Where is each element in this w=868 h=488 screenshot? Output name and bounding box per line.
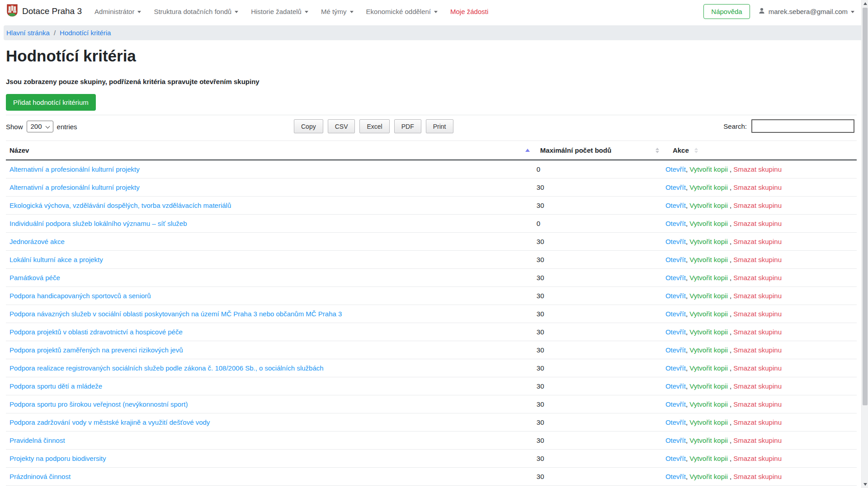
open-link[interactable]: Otevřít	[665, 328, 686, 336]
criteria-name-link[interactable]: Pravidelná činnost	[9, 436, 65, 444]
criteria-name-link[interactable]: Alternativní a profesionální kulturní pr…	[9, 183, 140, 191]
criteria-name-link[interactable]: Jednorázové akce	[9, 238, 65, 245]
delete-group-link[interactable]: Smazat skupinu	[733, 310, 782, 318]
open-link[interactable]: Otevřít	[665, 274, 686, 282]
scrollbar-up-arrow[interactable]	[863, 2, 867, 5]
open-link[interactable]: Otevřít	[665, 238, 686, 245]
create-copy-link[interactable]: Vytvořit kopii	[689, 455, 727, 462]
delete-group-link[interactable]: Smazat skupinu	[733, 346, 782, 354]
criteria-name-link[interactable]: Podpora sportu dětí a mládeže	[9, 382, 102, 390]
column-header-maximalni-pocet-bodu[interactable]: Maximální počet bodů	[533, 141, 663, 160]
create-copy-link[interactable]: Vytvořit kopii	[689, 400, 727, 408]
create-copy-link[interactable]: Vytvořit kopii	[689, 364, 727, 372]
create-copy-link[interactable]: Vytvořit kopii	[689, 418, 727, 426]
create-copy-link[interactable]: Vytvořit kopii	[689, 328, 727, 336]
nav-item-moje-zadosti[interactable]: Moje žádosti	[450, 8, 488, 15]
open-link[interactable]: Otevřít	[665, 346, 686, 354]
delete-group-link[interactable]: Smazat skupinu	[733, 292, 782, 300]
scrollbar-thumb[interactable]	[863, 8, 868, 405]
create-copy-link[interactable]: Vytvořit kopii	[689, 238, 727, 245]
criteria-name-link[interactable]: Podpora realizace registrovaných sociáln…	[9, 364, 324, 372]
page-length-select[interactable]: 200	[27, 121, 53, 132]
criteria-name-link[interactable]: Podpora handicapovaných sportovců a seni…	[9, 292, 151, 300]
nav-item-struktura-dotacnich-fondu[interactable]: Struktura dotačních fondů	[154, 8, 238, 15]
nav-item-me-tymy[interactable]: Mé týmy	[321, 8, 354, 15]
create-copy-link[interactable]: Vytvořit kopii	[689, 165, 727, 173]
user-menu[interactable]: marek.sebera@gmail.com	[758, 7, 854, 16]
open-link[interactable]: Otevřít	[665, 202, 686, 209]
help-button[interactable]: Nápověda	[703, 4, 750, 19]
create-copy-link[interactable]: Vytvořit kopii	[689, 220, 727, 227]
delete-group-link[interactable]: Smazat skupinu	[733, 473, 782, 480]
open-link[interactable]: Otevřít	[665, 455, 686, 462]
create-copy-link[interactable]: Vytvořit kopii	[689, 274, 727, 282]
pdf-button[interactable]: PDF	[394, 119, 421, 133]
open-link[interactable]: Otevřít	[665, 364, 686, 372]
criteria-name-link[interactable]: Prázdninová činnost	[9, 473, 71, 480]
criteria-name-link[interactable]: Projekty na podporu biodiversity	[9, 455, 106, 462]
excel-button[interactable]: Excel	[359, 119, 389, 133]
delete-group-link[interactable]: Smazat skupinu	[733, 183, 782, 191]
criteria-name-link[interactable]: Podpora projektů zaměřených na prevenci …	[9, 346, 183, 354]
brand[interactable]: Dotace Praha 3	[7, 4, 82, 19]
nav-item-administrator[interactable]: Administrátor	[94, 8, 141, 15]
create-copy-link[interactable]: Vytvořit kopii	[689, 256, 727, 263]
delete-group-link[interactable]: Smazat skupinu	[733, 274, 782, 282]
name-cell: Alternativní a profesionální kulturní pr…	[6, 178, 533, 197]
criteria-name-link[interactable]: Podpora projektů v oblasti zdravotnictví…	[9, 328, 183, 336]
delete-group-link[interactable]: Smazat skupinu	[733, 256, 782, 263]
delete-group-link[interactable]: Smazat skupinu	[733, 165, 782, 173]
delete-group-link[interactable]: Smazat skupinu	[733, 202, 782, 209]
column-header-akce[interactable]: Akce	[663, 141, 857, 160]
open-link[interactable]: Otevřít	[665, 436, 686, 444]
delete-group-link[interactable]: Smazat skupinu	[733, 418, 782, 426]
print-button[interactable]: Print	[426, 119, 453, 133]
table-row: Pravidelná činnost 30 Otevřít, Vytvořit …	[6, 432, 857, 450]
create-copy-link[interactable]: Vytvořit kopii	[689, 346, 727, 354]
criteria-name-link[interactable]: Individuální podpora služeb lokálního vý…	[9, 220, 187, 227]
search-input[interactable]	[751, 119, 854, 133]
delete-group-link[interactable]: Smazat skupinu	[733, 328, 782, 336]
open-link[interactable]: Otevřít	[665, 292, 686, 300]
create-copy-link[interactable]: Vytvořit kopii	[689, 292, 727, 300]
open-link[interactable]: Otevřít	[665, 220, 686, 227]
criteria-name-link[interactable]: Podpora návazných služeb v sociální obla…	[9, 310, 342, 318]
add-criterion-button[interactable]: Přidat hodnotící kritérium	[6, 94, 96, 111]
criteria-name-link[interactable]: Podpora zadržování vody v městské krajin…	[9, 418, 210, 426]
nav-item-historie-zadatelu[interactable]: Historie žadatelů	[251, 8, 308, 15]
column-header-nazev[interactable]: Název	[6, 141, 533, 160]
create-copy-link[interactable]: Vytvořit kopii	[689, 382, 727, 390]
delete-group-link[interactable]: Smazat skupinu	[733, 238, 782, 245]
vertical-scrollbar[interactable]	[861, 0, 868, 488]
criteria-name-link[interactable]: Lokální kulturní akce a projekty	[9, 256, 103, 263]
create-copy-link[interactable]: Vytvořit kopii	[689, 183, 727, 191]
delete-group-link[interactable]: Smazat skupinu	[733, 364, 782, 372]
create-copy-link[interactable]: Vytvořit kopii	[689, 436, 727, 444]
delete-group-link[interactable]: Smazat skupinu	[733, 400, 782, 408]
open-link[interactable]: Otevřít	[665, 400, 686, 408]
open-link[interactable]: Otevřít	[665, 310, 686, 318]
criteria-name-link[interactable]: Alternativní a profesionální kulturní pr…	[9, 165, 140, 173]
breadcrumb-link-current[interactable]: Hodnotící kritéria	[60, 29, 111, 37]
breadcrumb-link-home[interactable]: Hlavní stránka	[6, 29, 50, 37]
delete-group-link[interactable]: Smazat skupinu	[733, 220, 782, 227]
csv-button[interactable]: CSV	[328, 119, 355, 133]
create-copy-link[interactable]: Vytvořit kopii	[689, 473, 727, 480]
open-link[interactable]: Otevřít	[665, 183, 686, 191]
create-copy-link[interactable]: Vytvořit kopii	[689, 310, 727, 318]
criteria-name-link[interactable]: Památková péče	[9, 274, 60, 282]
open-link[interactable]: Otevřít	[665, 382, 686, 390]
scrollbar-down-arrow[interactable]	[863, 483, 867, 486]
open-link[interactable]: Otevřít	[665, 256, 686, 263]
nav-item-ekonomicke-oddeleni[interactable]: Ekonomické oddělení	[366, 8, 438, 15]
create-copy-link[interactable]: Vytvořit kopii	[689, 202, 727, 209]
delete-group-link[interactable]: Smazat skupinu	[733, 382, 782, 390]
delete-group-link[interactable]: Smazat skupinu	[733, 455, 782, 462]
criteria-name-link[interactable]: Ekologická výchova, vzdělávání dospělých…	[9, 202, 231, 209]
delete-group-link[interactable]: Smazat skupinu	[733, 436, 782, 444]
open-link[interactable]: Otevřít	[665, 165, 686, 173]
copy-button[interactable]: Copy	[294, 119, 323, 133]
open-link[interactable]: Otevřít	[665, 418, 686, 426]
criteria-name-link[interactable]: Podpora sportu pro širokou veřejnost (ne…	[9, 400, 188, 408]
open-link[interactable]: Otevřít	[665, 473, 686, 480]
